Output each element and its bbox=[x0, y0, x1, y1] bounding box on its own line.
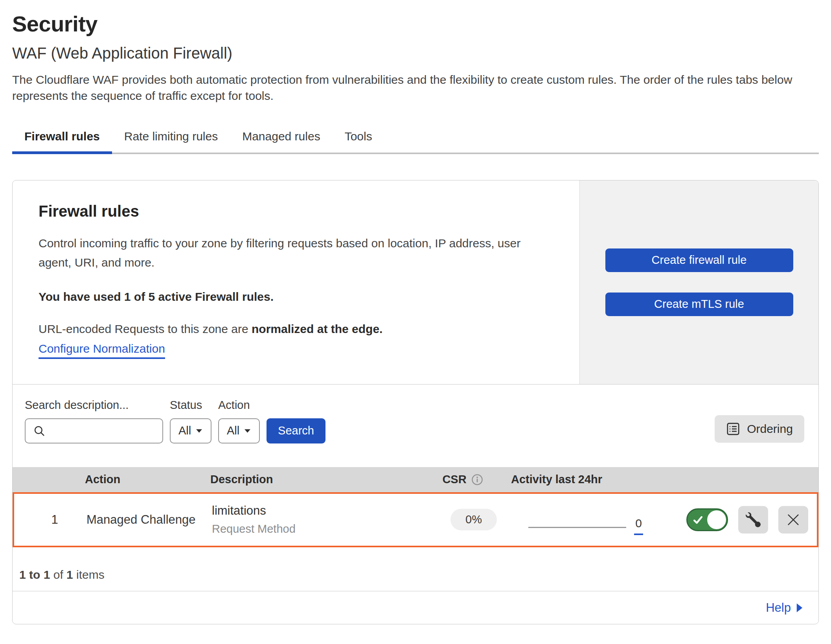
status-filter-group: Status All bbox=[170, 399, 211, 467]
description-column-header: Description bbox=[197, 473, 417, 486]
firewall-rules-card: Firewall rules Control incoming traffic … bbox=[12, 180, 819, 624]
csr-header-label: CSR bbox=[442, 473, 466, 486]
status-label: Status bbox=[170, 399, 211, 414]
tab-firewall-rules[interactable]: Firewall rules bbox=[12, 123, 112, 153]
action-dropdown-value: All bbox=[227, 424, 239, 437]
usage-summary: You have used 1 of 5 active Firewall rul… bbox=[39, 290, 556, 304]
table-header: Action Description CSR Activity last 24h… bbox=[13, 467, 818, 492]
ordering-button[interactable]: Ordering bbox=[715, 415, 804, 443]
wrench-icon bbox=[746, 512, 761, 527]
ordering-button-label: Ordering bbox=[747, 422, 793, 436]
activity-cell: 0 bbox=[509, 517, 643, 535]
edit-rule-button[interactable] bbox=[738, 506, 768, 534]
normalization-text: URL-encoded Requests to this zone are bbox=[39, 322, 248, 335]
create-mtls-rule-button[interactable]: Create mTLS rule bbox=[605, 293, 793, 316]
action-filter-group: Action All bbox=[218, 399, 260, 467]
create-firewall-rule-button[interactable]: Create firewall rule bbox=[605, 248, 793, 272]
search-box[interactable] bbox=[25, 418, 163, 443]
arrow-right-icon bbox=[796, 603, 803, 613]
section-title: Firewall rules bbox=[39, 202, 556, 220]
search-icon bbox=[33, 424, 46, 438]
close-icon bbox=[786, 513, 800, 527]
action-dropdown[interactable]: All bbox=[218, 418, 260, 443]
waf-tab-bar: Firewall rules Rate limiting rules Manag… bbox=[12, 123, 819, 154]
create-actions-panel: Create firewall rule Create mTLS rule bbox=[579, 180, 818, 384]
tab-rate-limiting-rules[interactable]: Rate limiting rules bbox=[112, 123, 230, 153]
rule-description: limitations bbox=[212, 504, 419, 518]
filter-bar: Search description... Status bbox=[13, 385, 818, 467]
activity-sparkline bbox=[528, 527, 626, 528]
table-row: 1 Managed Challenge limitations Request … bbox=[13, 492, 818, 547]
items-word: items bbox=[76, 568, 105, 581]
csr-badge: 0% bbox=[450, 509, 497, 530]
help-link[interactable]: Help bbox=[766, 601, 803, 615]
configure-normalization-link[interactable]: Configure Normalization bbox=[39, 342, 165, 359]
normalization-bold-text: normalized at the edge. bbox=[252, 322, 382, 335]
rule-controls bbox=[643, 506, 817, 534]
status-dropdown[interactable]: All bbox=[170, 418, 211, 443]
items-total: 1 bbox=[66, 568, 73, 581]
activity-count-link[interactable]: 0 bbox=[634, 517, 643, 535]
tab-tools[interactable]: Tools bbox=[333, 123, 384, 153]
items-range: 1 to 1 bbox=[19, 568, 50, 581]
chevron-down-icon bbox=[244, 429, 251, 433]
toggle-knob bbox=[707, 510, 726, 529]
delete-rule-button[interactable] bbox=[778, 506, 808, 534]
help-label: Help bbox=[766, 601, 791, 615]
overview-text-panel: Firewall rules Control incoming traffic … bbox=[13, 180, 579, 384]
rule-expression: Request Method bbox=[212, 523, 419, 535]
rule-priority: 1 bbox=[29, 513, 58, 527]
security-waf-page: Security WAF (Web Application Firewall) … bbox=[0, 0, 831, 644]
chevron-down-icon bbox=[195, 429, 203, 433]
help-row: Help bbox=[13, 591, 818, 624]
toggle-check-icon bbox=[693, 515, 704, 526]
items-summary: 1 to 1 of 1 items bbox=[13, 547, 818, 591]
overview-section: Firewall rules Control incoming traffic … bbox=[13, 180, 818, 385]
items-of: of bbox=[53, 568, 63, 581]
normalization-note: URL-encoded Requests to this zone are no… bbox=[39, 322, 556, 336]
info-icon[interactable] bbox=[471, 474, 483, 486]
search-field-group: Search description... bbox=[25, 399, 163, 467]
rule-action: Managed Challenge bbox=[73, 513, 199, 527]
activity-column-header: Activity last 24hr bbox=[508, 473, 642, 486]
page-title: Security bbox=[12, 0, 819, 36]
section-description: Control incoming traffic to your zone by… bbox=[39, 234, 556, 272]
ordered-list-icon bbox=[726, 422, 740, 436]
page-description: The Cloudflare WAF provides both automat… bbox=[12, 72, 819, 104]
rule-enabled-toggle[interactable] bbox=[686, 508, 728, 531]
rule-description-cell: limitations Request Method bbox=[199, 504, 419, 535]
search-description-label: Search description... bbox=[25, 399, 163, 414]
action-column-header: Action bbox=[72, 473, 197, 486]
search-button[interactable]: Search bbox=[267, 418, 325, 443]
search-input[interactable] bbox=[50, 424, 157, 438]
csr-column-header: CSR bbox=[442, 473, 483, 486]
tab-managed-rules[interactable]: Managed rules bbox=[230, 123, 332, 153]
filter-controls: Search description... Status bbox=[25, 399, 325, 467]
page-subtitle: WAF (Web Application Firewall) bbox=[12, 44, 819, 62]
action-label: Action bbox=[218, 399, 260, 414]
status-dropdown-value: All bbox=[178, 424, 191, 437]
